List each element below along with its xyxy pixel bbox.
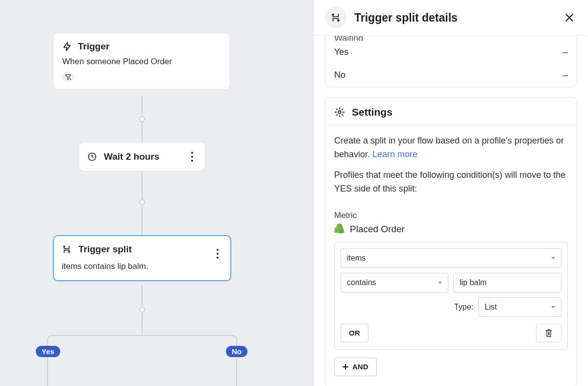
chevron-down-icon [550, 255, 556, 261]
close-icon [564, 12, 575, 23]
and-button[interactable]: AND [334, 358, 377, 376]
metric-value: Placed Order [350, 224, 405, 235]
stat-row-waiting: Waiting [325, 36, 577, 41]
condition-type-select[interactable]: List [478, 297, 562, 317]
panel-header: Trigger split details [314, 0, 588, 36]
flow-canvas[interactable]: Trigger When someone Placed Order Wait 2… [0, 0, 314, 386]
wait-card-menu[interactable] [185, 150, 199, 164]
bolt-icon [62, 42, 72, 51]
svg-point-7 [338, 111, 341, 114]
stat-value-no: – [563, 70, 568, 81]
panel-title: Trigger split details [354, 11, 554, 24]
close-button[interactable] [562, 10, 577, 25]
branch-yes-badge[interactable]: Yes [36, 346, 60, 357]
metric-label: Metric [334, 211, 568, 220]
details-panel: Trigger split details Waiting Yes – No – [314, 0, 588, 386]
split-description: items contains lip balm. [62, 262, 222, 271]
svg-point-5 [140, 307, 145, 312]
metric-row: Placed Order [334, 223, 568, 235]
condition-type-label: Type: [454, 303, 473, 312]
chevron-down-icon [550, 304, 556, 310]
chevron-down-icon [437, 280, 443, 286]
split-title: Trigger split [78, 244, 132, 255]
condition-group: items contains lip balm Type: [334, 242, 568, 350]
filter-badge[interactable] [62, 72, 74, 82]
stats-card: Waiting Yes – No – [325, 36, 577, 87]
shopify-icon [334, 223, 345, 235]
trigger-card[interactable]: Trigger When someone Placed Order [53, 33, 230, 90]
settings-help-text: Create a split in your flow based on a p… [334, 134, 568, 162]
branch-no-badge[interactable]: No [226, 346, 247, 357]
settings-card: Settings Create a split in your flow bas… [325, 97, 577, 386]
split-icon [62, 244, 72, 254]
condition-operator-select[interactable]: contains [341, 273, 448, 292]
stat-label-no: No [334, 70, 345, 80]
stat-row-no: No – [325, 64, 577, 87]
stat-label-yes: Yes [334, 47, 348, 57]
svg-point-1 [140, 117, 145, 121]
or-button[interactable]: OR [341, 324, 368, 342]
learn-more-link[interactable]: Learn more [372, 149, 417, 159]
split-card-menu[interactable] [211, 247, 224, 261]
wait-label: Wait 2 hours [104, 151, 197, 162]
stat-value-yes: – [563, 47, 568, 58]
settings-heading: Settings [352, 106, 392, 118]
wait-card[interactable]: Wait 2 hours [79, 142, 205, 171]
trash-icon [545, 329, 553, 338]
gear-icon [334, 107, 345, 118]
panel-header-icon-wrap [325, 7, 346, 28]
clock-icon [87, 152, 97, 162]
settings-condition-intro: Profiles that meet the following conditi… [334, 169, 568, 196]
trigger-description: When someone Placed Order [62, 57, 221, 67]
plus-icon [343, 364, 348, 370]
stat-row-yes: Yes – [325, 41, 577, 64]
condition-property-select[interactable]: items [341, 248, 562, 268]
svg-point-3 [140, 200, 145, 205]
split-icon [330, 12, 341, 23]
trigger-split-card[interactable]: Trigger split items contains lip balm. [53, 235, 231, 281]
trigger-title: Trigger [78, 41, 109, 52]
delete-condition-button[interactable] [536, 324, 562, 342]
filter-icon [65, 74, 72, 80]
condition-value-input[interactable]: lip balm [453, 273, 562, 292]
